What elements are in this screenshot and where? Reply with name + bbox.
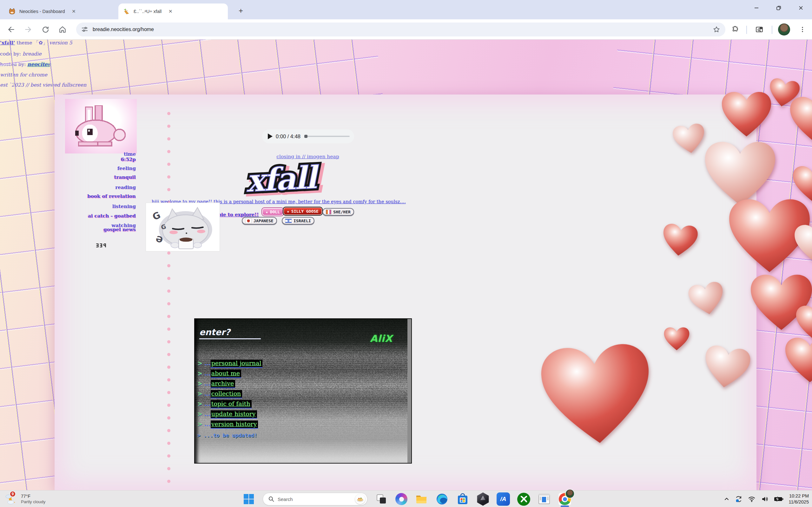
home-button[interactable] xyxy=(56,23,69,36)
search-label: Search xyxy=(277,497,355,502)
badge-pronouns: SHE/HER xyxy=(322,208,354,216)
bing-daily-icon[interactable] xyxy=(355,494,365,504)
japan-flag-icon xyxy=(245,219,252,223)
svg-text:Ə: Ə xyxy=(155,234,164,245)
link-collection[interactable]: collection xyxy=(211,390,243,398)
heart-icon xyxy=(686,279,728,319)
pixel-bunny-icon xyxy=(73,105,129,147)
side-panel-search-icon[interactable] xyxy=(753,23,766,36)
notification-badge: 9 xyxy=(9,491,16,497)
flower-brackets: 「✿」 xyxy=(34,40,48,46)
forward-button[interactable] xyxy=(21,23,35,36)
address-bar[interactable]: breadie.neocities.org/home xyxy=(76,22,725,37)
badge-silly-goose: ★SILLY GOOSE xyxy=(283,207,322,215)
partly-cloudy-night-icon: 9 xyxy=(4,492,18,506)
start-button[interactable] xyxy=(242,493,255,506)
link-topic-of-faith[interactable]: topic of faith xyxy=(211,400,252,408)
window-restore-button[interactable] xyxy=(768,0,790,16)
link-update-history[interactable]: update history xyxy=(211,410,257,418)
extensions-icon[interactable] xyxy=(728,23,742,36)
status-label: reading xyxy=(115,184,136,190)
xfall-theme-link[interactable]: 'xfall' xyxy=(0,40,15,46)
browser-window: Neocities - Dashboard ✕ Ɛ..´`..ᵊU÷ xfall… xyxy=(0,0,812,40)
nav-row: > ...version history xyxy=(197,420,258,428)
settings-window-app-icon[interactable] xyxy=(538,493,551,506)
badge-japanese: JAPANESE xyxy=(242,217,277,224)
status-value: tranquil xyxy=(114,174,136,180)
neocities-cat-icon xyxy=(9,8,15,15)
file-explorer-icon[interactable] xyxy=(415,493,428,506)
browser-toolbar: breadie.neocities.org/home xyxy=(0,19,812,40)
status-label: feeling xyxy=(117,166,136,171)
sync-update-icon[interactable] xyxy=(735,495,743,503)
taskbar-search-box[interactable]: Search xyxy=(263,493,367,505)
seek-thumb[interactable] xyxy=(304,135,307,138)
status-value: ai catch - goatbed xyxy=(88,213,136,219)
now-playing-link[interactable]: closing in // imogen heap xyxy=(254,154,362,160)
tab-xfall-active[interactable]: Ɛ..´`..ᵊU÷ xfall ✕ xyxy=(118,3,228,19)
active-app-indicator xyxy=(561,505,569,507)
edge-icon[interactable] xyxy=(435,493,449,506)
link-personal-journal[interactable]: personal journal xyxy=(211,359,263,368)
window-close-button[interactable] xyxy=(790,0,812,16)
weather-widget[interactable]: 9 77°F Partly cloudy xyxy=(4,492,45,506)
window-minimize-button[interactable] xyxy=(745,0,768,16)
to-be-updated-note: > ...to be updated! xyxy=(197,433,257,439)
status-label: time xyxy=(124,151,136,157)
microsoft-store-icon[interactable] xyxy=(456,493,469,506)
nav-row: > ...topic of faith xyxy=(197,400,252,407)
back-button[interactable] xyxy=(4,23,18,36)
heart-icon xyxy=(536,339,657,452)
url-text[interactable]: breadie.neocities.org/home xyxy=(93,26,713,32)
teletubbie-cat-image[interactable]: G G Ə xyxy=(146,203,219,251)
bunny-gif xyxy=(65,99,137,154)
audio-time: 0:00 / 4:48 xyxy=(276,133,301,139)
mirrored-text: PEE xyxy=(95,242,106,248)
chrome-taskbar-icon[interactable] xyxy=(558,493,571,506)
star-icon: ★ xyxy=(266,210,268,214)
dotted-divider xyxy=(167,111,171,488)
battery-charging-icon[interactable] xyxy=(774,496,783,503)
profile-avatar[interactable] xyxy=(778,23,790,36)
site-settings-tune-icon[interactable] xyxy=(81,26,88,33)
pride-flag-icon xyxy=(326,210,331,214)
carrot-icon xyxy=(123,8,130,15)
heart-icon xyxy=(784,336,812,384)
tray-date: 11/6/2025 xyxy=(789,499,809,505)
star-icon: ★ xyxy=(287,209,289,214)
hexagon-app-icon[interactable] xyxy=(476,493,489,506)
heart-icon xyxy=(789,95,812,145)
slash-a-app-icon[interactable]: /A xyxy=(497,493,510,506)
heart-icon xyxy=(793,224,812,265)
heart-icon xyxy=(671,121,708,157)
volume-icon[interactable] xyxy=(761,495,768,503)
neocities-link[interactable]: neocites xyxy=(27,61,50,67)
link-version-history[interactable]: version history xyxy=(211,420,258,429)
task-view-icon[interactable] xyxy=(375,493,388,506)
heart-icon xyxy=(660,222,700,259)
tab-close-icon[interactable]: ✕ xyxy=(70,8,78,15)
wifi-icon[interactable] xyxy=(748,495,756,503)
xbox-icon[interactable] xyxy=(517,493,530,506)
nav-row: > ...about me xyxy=(197,370,241,377)
badge-doll: ★DOLL xyxy=(262,208,283,216)
clock-widget[interactable]: 10:22 PM 11/6/2025 xyxy=(789,493,809,505)
tray-chevron-icon[interactable] xyxy=(724,496,729,502)
nav-row: > ...personal journal xyxy=(197,359,262,367)
audio-seekbar[interactable] xyxy=(304,136,350,137)
tab-neocities-dashboard[interactable]: Neocities - Dashboard ✕ xyxy=(4,3,115,19)
play-icon[interactable] xyxy=(268,133,272,139)
search-icon xyxy=(268,496,274,502)
link-about-me[interactable]: about me xyxy=(211,370,241,378)
theme-credits: 'xfall' theme 「✿」 version 5 code by: bre… xyxy=(0,40,105,88)
menu-kebab-icon[interactable] xyxy=(796,23,809,36)
tab-close-icon[interactable]: ✕ xyxy=(166,8,174,15)
toolbar-divider xyxy=(746,26,747,34)
bookmark-star-icon[interactable] xyxy=(713,26,720,33)
audio-player[interactable]: 0:00 / 4:48 xyxy=(262,129,354,143)
tv-static-menu: enter? AliX > ...personal journal > ...a… xyxy=(194,318,412,463)
link-archive[interactable]: archive xyxy=(211,380,235,388)
new-tab-button[interactable]: + xyxy=(236,6,246,16)
reload-button[interactable] xyxy=(39,23,52,36)
copilot-icon[interactable] xyxy=(395,493,407,505)
